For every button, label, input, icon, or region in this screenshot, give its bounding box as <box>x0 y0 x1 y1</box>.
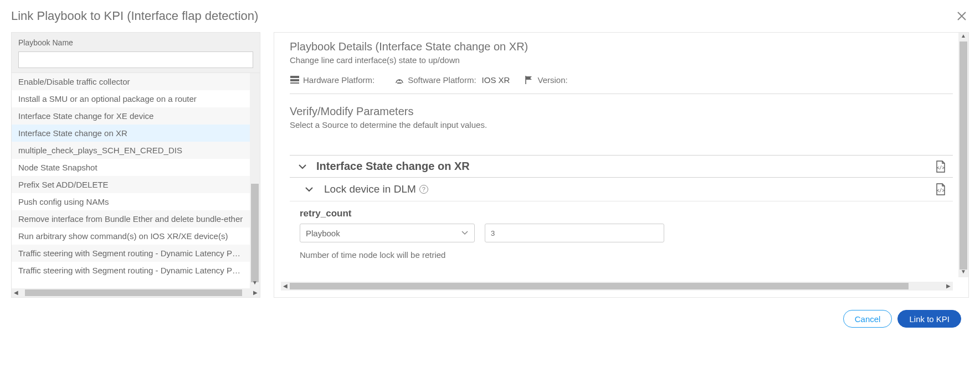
playbook-details-panel: Playbook Details (Interface State change… <box>274 32 969 298</box>
svg-rect-0 <box>290 76 299 78</box>
dialog-footer: Cancel Link to KPI <box>11 298 969 328</box>
playbook-name-label: Playbook Name <box>18 38 253 47</box>
svg-point-4 <box>399 80 401 81</box>
accordion-main[interactable]: Interface State change on XR </> <box>290 155 953 178</box>
details-description: Change line card interface(s) state to u… <box>290 55 953 65</box>
right-horizontal-scrollbar[interactable]: ◀ ▶ <box>281 282 953 291</box>
svg-rect-2 <box>290 82 299 84</box>
playbook-list-item[interactable]: Push config using NAMs <box>12 193 250 210</box>
retry-count-input[interactable] <box>485 224 664 242</box>
verify-heading: Verify/Modify Parameters <box>290 105 953 118</box>
details-title-prefix: Playbook Details <box>290 40 372 53</box>
left-scroll-down-icon[interactable]: ▼ <box>250 279 260 288</box>
help-icon[interactable]: ? <box>419 185 428 194</box>
left-scroll-left-icon[interactable]: ◀ <box>12 288 20 297</box>
chevron-down-icon <box>304 184 314 194</box>
accordion-main-title: Interface State change on XR <box>316 160 935 173</box>
playbook-list-item[interactable]: Install a SMU or an optional package on … <box>12 90 250 107</box>
playbook-list-panel: Playbook Name Enable/Disable traffic col… <box>11 32 260 298</box>
left-horizontal-scroll-thumb[interactable] <box>25 289 242 296</box>
code-file-icon[interactable]: </> <box>935 183 946 195</box>
software-icon <box>394 75 404 85</box>
playbook-list-item[interactable]: Traffic steering with Segment routing - … <box>12 245 250 262</box>
playbook-name-input[interactable] <box>18 51 253 68</box>
code-file-icon[interactable]: </> <box>935 160 946 173</box>
accordion-sub[interactable]: Lock device in DLM ? </> <box>290 178 953 201</box>
playbook-list-item[interactable]: Prefix Set ADD/DELETE <box>12 176 250 193</box>
param-label: retry_count <box>300 208 953 219</box>
right-scroll-right-icon[interactable]: ▶ <box>944 282 953 291</box>
close-icon[interactable] <box>955 9 969 23</box>
dialog-header: Link Playbook to KPI (Interface flap det… <box>11 8 969 32</box>
right-scroll-left-icon[interactable]: ◀ <box>281 282 290 291</box>
right-scroll-down-icon[interactable]: ▼ <box>958 268 968 277</box>
chevron-down-icon <box>297 162 307 172</box>
version-label: Version: <box>537 75 567 85</box>
svg-rect-1 <box>290 79 299 81</box>
link-to-kpi-button[interactable]: Link to KPI <box>897 310 961 328</box>
details-title-paren: (Interface State change on XR) <box>376 40 529 53</box>
flag-icon <box>524 75 534 85</box>
software-platform-field: Software Platform: IOS XR <box>394 75 510 85</box>
cancel-button[interactable]: Cancel <box>843 310 892 328</box>
playbook-list-item[interactable]: Interface State change on XR <box>12 125 250 142</box>
verify-subheading: Select a Source to determine the default… <box>290 120 953 130</box>
chevron-down-icon <box>461 229 469 237</box>
parameter-block: retry_count Playbook Number of time node… <box>290 201 953 260</box>
playbook-list-item[interactable]: Interface State change for XE device <box>12 107 250 125</box>
svg-rect-3 <box>397 82 402 84</box>
playbook-list-item[interactable]: Traffic steering with Segment routing - … <box>12 262 250 279</box>
hardware-icon <box>290 75 300 85</box>
left-scroll-right-icon[interactable]: ▶ <box>251 288 260 297</box>
playbook-list: Enable/Disable traffic collectorInstall … <box>12 73 250 288</box>
source-select[interactable]: Playbook <box>300 224 475 242</box>
source-select-value: Playbook <box>306 229 340 238</box>
playbook-list-item[interactable]: Run arbitrary show command(s) on IOS XR/… <box>12 227 250 245</box>
playbook-list-item[interactable]: Remove interface from Bundle Ether and d… <box>12 210 250 227</box>
svg-text:</>: </> <box>937 188 945 193</box>
left-horizontal-scrollbar[interactable]: ◀ ▶ <box>12 288 260 297</box>
accordion-sub-title: Lock device in DLM ? <box>324 183 935 195</box>
playbook-list-item[interactable]: multiple_check_plays_SCH_EN_CRED_DIS <box>12 142 250 159</box>
right-horizontal-scroll-thumb[interactable] <box>290 283 909 289</box>
param-help-text: Number of time node lock will be retried <box>300 250 953 260</box>
left-vertical-scrollbar[interactable]: ▼ <box>250 73 260 288</box>
svg-text:</>: </> <box>937 165 945 170</box>
details-title: Playbook Details (Interface State change… <box>290 40 953 53</box>
software-platform-label: Software Platform: <box>408 75 476 85</box>
dialog-title-paren: (Interface flap detection) <box>127 9 258 23</box>
right-vertical-scrollbar[interactable]: ▲ ▼ <box>958 33 968 277</box>
dialog-title: Link Playbook to KPI (Interface flap det… <box>11 9 258 23</box>
playbook-list-item[interactable]: Enable/Disable traffic collector <box>12 73 250 90</box>
hardware-platform-field: Hardware Platform: <box>290 75 380 85</box>
playbook-list-item[interactable]: Node State Snapshot <box>12 159 250 176</box>
left-vertical-scroll-thumb[interactable] <box>251 184 259 282</box>
version-field: Version: <box>524 75 573 85</box>
dialog-title-main: Link Playbook to KPI <box>11 9 124 23</box>
software-platform-value: IOS XR <box>482 75 510 85</box>
platform-meta-row: Hardware Platform: Software Platform: IO… <box>290 75 953 94</box>
hardware-platform-label: Hardware Platform: <box>303 75 374 85</box>
right-vertical-scroll-thumb[interactable] <box>960 42 967 270</box>
right-scroll-up-icon[interactable]: ▲ <box>958 33 968 42</box>
